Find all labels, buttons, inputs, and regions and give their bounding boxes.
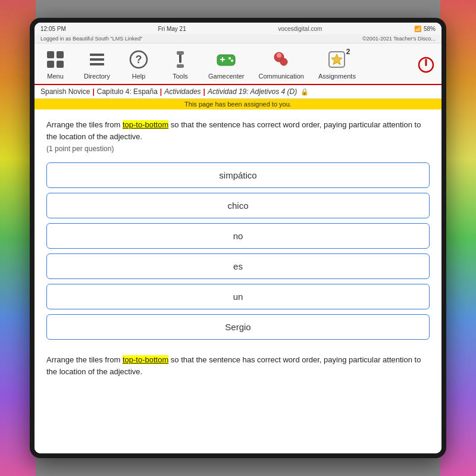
tile-es-word: es — [233, 261, 243, 271]
copyright-text: ©2001-2021 Teacher's Disco... — [362, 36, 436, 42]
tile-sergio-word: Sergio — [225, 322, 250, 332]
breadcrumb-spanish-novice[interactable]: Spanish Novice — [40, 87, 90, 96]
nav-assignments-label: Assignments — [318, 73, 356, 80]
breadcrumb-sep-1: | — [92, 87, 94, 96]
main-content: Arrange the tiles from top-to-bottom so … — [35, 109, 441, 453]
svg-rect-5 — [90, 58, 104, 61]
nav-help[interactable]: ? Help — [118, 46, 159, 84]
bottom-instruction: Arrange the tiles from top-to-bottom so … — [46, 352, 430, 377]
nav-directory-label: Directory — [84, 73, 110, 80]
status-time: 12:05 PM — [40, 26, 66, 32]
screen: 12:05 PM Fri May 21 vocesdigital.com 📶 5… — [35, 23, 441, 453]
nav-communication-label: Communication — [259, 73, 304, 80]
svg-marker-21 — [331, 54, 342, 65]
breadcrumb-actividades[interactable]: Actividades — [164, 87, 201, 96]
question-icon: ? — [128, 49, 149, 70]
nav-tools[interactable]: Tools — [159, 46, 201, 84]
nav-gamecenter-label: Gamecenter — [208, 73, 245, 80]
assignments-badge: 2 — [346, 48, 350, 56]
svg-point-16 — [231, 60, 233, 62]
instruction-text: Arrange the tiles from top-to-bottom so … — [46, 119, 430, 142]
tile-es[interactable]: es — [46, 253, 430, 279]
svg-rect-1 — [57, 51, 64, 58]
tile-simpatico-word: simpático — [219, 170, 256, 180]
nav-directory[interactable]: Directory — [76, 46, 118, 84]
nav-bar: Menu Directory ? — [35, 43, 441, 85]
tile-un[interactable]: un — [46, 284, 430, 309]
nav-menu[interactable]: Menu — [35, 46, 76, 84]
svg-rect-0 — [47, 51, 54, 58]
breadcrumb-activity[interactable]: Actividad 19: Adjetivos 4 (D) — [208, 87, 297, 96]
star-icon: 2 — [326, 49, 347, 70]
nav-gamecenter[interactable]: Gamecenter — [201, 46, 252, 84]
power-button[interactable] — [411, 46, 441, 84]
breadcrumb-chapter[interactable]: Capítulo 4: España — [97, 87, 158, 96]
lock-icon: 🔒 — [300, 88, 309, 96]
nav-communication[interactable]: Communication — [252, 46, 311, 84]
svg-rect-10 — [177, 51, 184, 55]
comm-icon — [271, 49, 292, 70]
breadcrumb: Spanish Novice | Capítulo 4: España | Ac… — [35, 85, 441, 99]
svg-rect-23 — [425, 59, 427, 66]
svg-rect-2 — [47, 61, 54, 68]
instruction-before: Arrange the tiles from — [46, 120, 123, 129]
points-text: (1 point per question) — [46, 145, 430, 153]
svg-rect-4 — [90, 54, 104, 56]
bottom-instruction-before: Arrange the tiles from — [46, 355, 123, 364]
svg-point-18 — [277, 53, 281, 58]
logged-in-text: Logged in as Beautiful South "LMS Linked… — [40, 36, 143, 42]
svg-rect-11 — [177, 64, 184, 68]
list-icon — [86, 49, 108, 70]
tile-chico[interactable]: chico — [46, 193, 430, 218]
svg-point-15 — [228, 57, 231, 60]
nav-tools-label: Tools — [173, 73, 188, 80]
tile-no-word: no — [233, 231, 243, 241]
svg-point-19 — [280, 58, 287, 65]
grid-icon — [45, 49, 66, 70]
tile-chico-word: chico — [227, 201, 248, 211]
instruction-highlight: top-to-bottom — [123, 120, 168, 129]
logged-in-bar: Logged in as Beautiful South "LMS Linked… — [35, 35, 441, 43]
breadcrumb-sep-2: | — [160, 87, 162, 96]
svg-rect-3 — [57, 61, 64, 68]
nav-menu-label: Menu — [47, 73, 64, 80]
signal-icon: 📶 — [414, 26, 421, 32]
status-date: Fri May 21 — [158, 26, 186, 32]
status-right: 📶 58% — [414, 26, 436, 32]
nav-assignments[interactable]: 2 Assignments — [311, 46, 363, 84]
assigned-banner: This page has been assigned to you. — [35, 99, 441, 109]
svg-text:?: ? — [136, 54, 142, 65]
tile-un-word: un — [233, 292, 243, 302]
svg-rect-6 — [90, 63, 104, 65]
tile-no[interactable]: no — [46, 223, 430, 249]
svg-rect-14 — [222, 57, 223, 62]
tablet-frame: 12:05 PM Fri May 21 vocesdigital.com 📶 5… — [30, 18, 446, 458]
tools-icon — [170, 49, 191, 70]
breadcrumb-sep-3: | — [203, 87, 205, 96]
battery-text: 58% — [424, 26, 436, 32]
status-bar: 12:05 PM Fri May 21 vocesdigital.com 📶 5… — [35, 23, 441, 35]
status-url: vocesdigital.com — [278, 26, 322, 32]
bottom-instruction-highlight: top-to-bottom — [123, 355, 168, 364]
game-icon — [215, 49, 237, 70]
tile-sergio[interactable]: Sergio — [46, 314, 430, 340]
nav-help-label: Help — [132, 73, 146, 80]
tile-container: simpático chico no es un Sergio — [46, 162, 430, 340]
tile-simpatico[interactable]: simpático — [46, 162, 430, 188]
